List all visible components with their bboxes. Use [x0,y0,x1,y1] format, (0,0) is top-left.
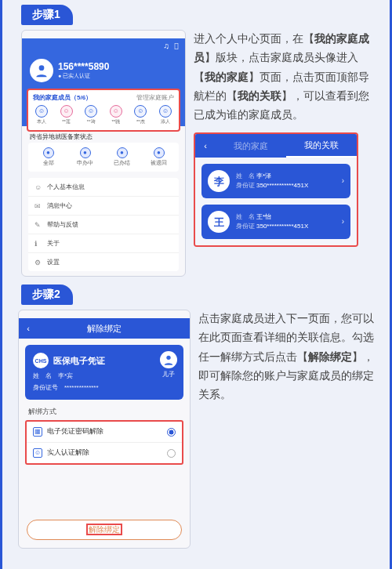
step2-badge: 步骤2 [21,284,73,305]
family-member-avatar[interactable]: ☺**琦 [82,105,100,125]
association-item[interactable]: 李姓 名李*泽身份证350***********451X› [201,164,350,198]
radio-icon[interactable] [167,428,176,437]
relative-indicator: 儿子 [160,351,177,379]
menu-item[interactable]: ⚙设置 [28,253,179,271]
status-tab[interactable]: ●被退回 [143,147,175,167]
family-member-avatar[interactable]: ☺**杰 [132,105,149,125]
family-member-avatar[interactable]: ☺本人 [33,105,50,125]
unbind-option[interactable]: ☺实人认证解除 [27,443,182,463]
svg-point-0 [39,65,45,71]
step2-phone-mock: ‹ 解除绑定 CHS 医保电子凭证 姓 名 李*宾 身份证号 *********… [18,310,191,549]
unbind-option[interactable]: ▦电子凭证密码解除 [27,422,182,443]
insurance-voucher-card: CHS 医保电子凭证 姓 名 李*宾 身份证号 ************** 儿… [25,345,183,400]
voucher-title: 医保电子凭证 [53,355,105,367]
my-association-panel: ‹ 我的家庭 我的关联 李姓 名李*泽身份证350***********451X… [194,132,358,247]
status-tab[interactable]: ●申办中 [70,147,101,167]
family-member-avatar[interactable]: ☺**骁 [107,105,125,125]
avatar [30,59,53,82]
instruction-document: 步骤1 ♫ ⌷ 156****5890 ● 已实人认证 [0,0,392,569]
unbind-button[interactable]: 解除绑定 [27,520,182,540]
user-phone: 156****5890 [58,61,109,72]
step1-phone-mock: ♫ ⌷ 156****5890 ● 已实人认证 我的家庭成员（5/6） 管理 [21,30,186,277]
step1-badge: 步骤1 [21,5,73,25]
bell-icon: ♫ [164,42,170,50]
back-icon[interactable]: ‹ [195,139,216,154]
menu-item[interactable]: ☺个人基本信息 [28,178,179,197]
menu-item[interactable]: ℹ关于 [28,234,179,253]
tab-my-association[interactable]: 我的关联 [286,134,357,158]
step1-explain-text: 进入个人中心页面，在【我的家庭成员】版块，点击家庭成员头像进入【我的家庭】页面，… [194,30,379,125]
manage-family-link[interactable]: 管理家庭账户 [136,93,174,102]
svg-point-1 [166,356,170,360]
family-card-title: 我的家庭成员（5/6） [33,93,92,102]
scan-icon: ⌷ [174,42,179,50]
unbind-page-title: 解除绑定 [38,323,171,335]
family-member-avatar[interactable]: ☺添人 [157,105,174,125]
status-tab[interactable]: ●已办结 [107,147,138,167]
family-members-card[interactable]: 我的家庭成员（5/6） 管理家庭账户 ☺本人☺**莲☺**琦☺**骁☺**杰☺添… [27,89,180,132]
radio-icon[interactable] [167,449,176,458]
status-tab[interactable]: ●全部 [33,147,64,167]
unbind-method-title: 解绑方式 [19,406,190,419]
profile-header: ♫ ⌷ 156****5890 ● 已实人认证 我的家庭成员（5/6） 管理 [22,38,185,126]
menu-item[interactable]: ✎帮助与反馈 [28,216,179,234]
step2-explain-text: 点击家庭成员进入下一页面，您可以在此页面查看详细的关联信息。勾选任一解绑方式后点… [198,310,379,404]
chs-badge-icon: CHS [33,353,49,368]
association-item[interactable]: 王姓 名王*怡身份证350***********451X› [201,205,350,239]
step2-row: ‹ 解除绑定 CHS 医保电子凭证 姓 名 李*宾 身份证号 *********… [2,305,390,556]
menu-item[interactable]: ✉消息中心 [28,197,179,216]
verified-badge: ● 已实人认证 [58,72,109,80]
step1-row: ♫ ⌷ 156****5890 ● 已实人认证 我的家庭成员（5/6） 管理 [2,25,390,284]
back-icon[interactable]: ‹ [19,324,38,333]
family-member-avatar[interactable]: ☺**莲 [58,105,75,125]
tab-my-family[interactable]: 我的家庭 [216,139,286,154]
